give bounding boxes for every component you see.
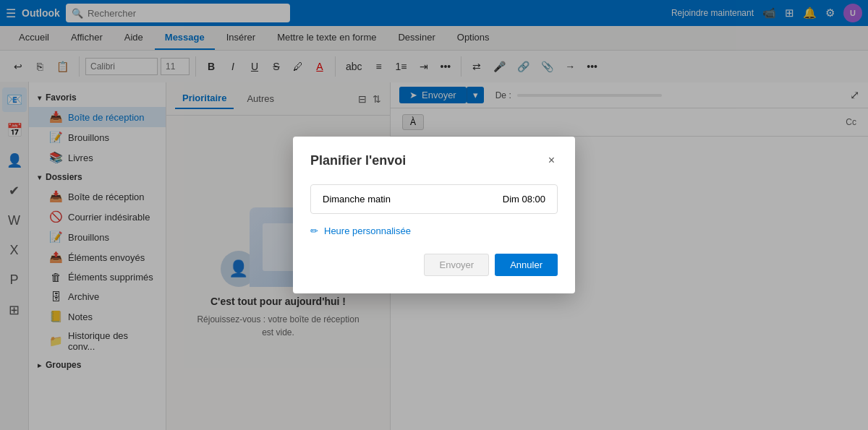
custom-time-label: Heure personnalisée	[324, 225, 411, 236]
modal-header: Planifier l'envoi ×	[293, 137, 575, 179]
modal-footer: Envoyer Annuler	[293, 254, 575, 293]
modal-option-dimanche[interactable]: Dimanche matin Dim 08:00	[310, 184, 558, 214]
modal-custom-time[interactable]: ✏ Heure personnalisée	[310, 223, 558, 239]
modal-option-time: Dim 08:00	[503, 194, 545, 205]
modal-cancel-button[interactable]: Annuler	[495, 254, 558, 276]
modal-overlay: Planifier l'envoi × Dimanche matin Dim 0…	[0, 0, 868, 430]
edit-pencil-icon: ✏	[310, 225, 318, 236]
modal-body: Dimanche matin Dim 08:00 ✏ Heure personn…	[293, 179, 575, 254]
modal-planifier: Planifier l'envoi × Dimanche matin Dim 0…	[293, 137, 575, 293]
modal-option-label: Dimanche matin	[323, 194, 391, 205]
modal-close-button[interactable]: ×	[545, 151, 558, 170]
modal-title: Planifier l'envoi	[310, 153, 406, 168]
modal-send-button[interactable]: Envoyer	[424, 254, 489, 276]
